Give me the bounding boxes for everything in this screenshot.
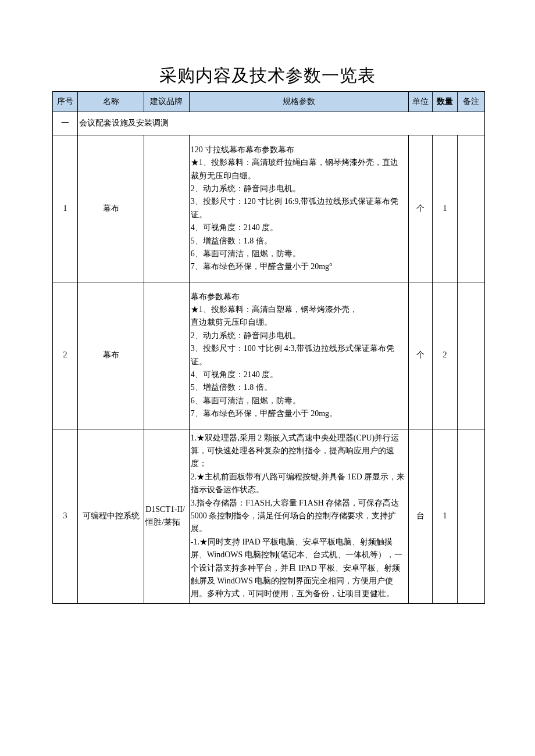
header-unit: 单位 bbox=[409, 92, 433, 112]
cell-qty: 2 bbox=[433, 282, 458, 429]
cell-brand: D1SCT1-II/恒胜/莱拓 bbox=[144, 429, 190, 603]
spec-line: 2、动力系统：静音同步电机。 bbox=[191, 182, 406, 195]
spec-line: 6、幕面可清洁，阻燃，防毒。 bbox=[191, 248, 406, 260]
spec-line: 5、增益倍数：1.8 倍。 bbox=[191, 235, 406, 248]
cell-note bbox=[458, 135, 485, 282]
spec-line: 7、幕布绿色环保，甲醛含量小于 20mg° bbox=[191, 260, 406, 273]
cell-unit: 台 bbox=[409, 429, 433, 603]
spec-line: 2、动力系统：静音同步电机。 bbox=[191, 329, 406, 342]
spec-table: 序号 名称 建议品牌 规格参数 单位 数量 备注 一 会议配套设施及安装调测 1… bbox=[52, 91, 485, 604]
cell-spec: 120 寸拉线幕布幕布参数幕布 ★1、投影幕料：高清玻纤拉绳白幕，钢琴烤漆外壳，… bbox=[189, 135, 409, 282]
cell-spec: 1.★双处理器,采用 2 颗嵌入式高速中央处理器(CPU)并行运算，可快速处理各… bbox=[189, 429, 409, 603]
spec-line: 120 寸拉线幕布幕布参数幕布 bbox=[191, 144, 406, 156]
cell-unit: 个 bbox=[409, 282, 433, 429]
header-spec: 规格参数 bbox=[189, 92, 409, 112]
cell-qty: 1 bbox=[433, 429, 458, 603]
spec-line: ★1、投影幕料：高清白塑幕，钢琴烤漆外壳， bbox=[191, 303, 406, 316]
table-row: 2 幕布 幕布参数幕布 ★1、投影幕料：高清白塑幕，钢琴烤漆外壳， 直边裁剪无压… bbox=[53, 282, 485, 429]
cell-note bbox=[458, 429, 485, 603]
cell-name: 可编程中控系统 bbox=[77, 429, 144, 603]
spec-line: 直边裁剪无压印自绷。 bbox=[191, 316, 406, 329]
spec-line: 4、可视角度：2140 度。 bbox=[191, 368, 406, 381]
header-no: 序号 bbox=[53, 92, 78, 112]
header-note: 备注 bbox=[458, 92, 485, 112]
section-title: 会议配套设施及安装调测 bbox=[77, 112, 484, 135]
header-brand: 建议品牌 bbox=[144, 92, 190, 112]
section-row: 一 会议配套设施及安装调测 bbox=[53, 112, 485, 135]
header-name: 名称 bbox=[77, 92, 144, 112]
spec-line: 5、增益倍数：1.8 倍。 bbox=[191, 381, 406, 394]
cell-name: 幕布 bbox=[77, 282, 144, 429]
table-row: 3 可编程中控系统 D1SCT1-II/恒胜/莱拓 1.★双处理器,采用 2 颗… bbox=[53, 429, 485, 603]
cell-spec: 幕布参数幕布 ★1、投影幕料：高清白塑幕，钢琴烤漆外壳， 直边裁剪无压印自绷。 … bbox=[189, 282, 409, 429]
spec-line: -1.★同时支持 IPAD 平板电脑、安卓平板电脑、射频触摸屏、WindOWS … bbox=[191, 536, 406, 601]
cell-brand bbox=[144, 282, 190, 429]
cell-no: 3 bbox=[53, 429, 78, 603]
cell-brand bbox=[144, 135, 190, 282]
section-no: 一 bbox=[53, 112, 78, 135]
spec-line: 3.指令存储器：F1ASH,大容量 F1ASH 存储器，可保存高达 5000 条… bbox=[191, 497, 406, 536]
cell-no: 1 bbox=[53, 135, 78, 282]
spec-line: 6、幕面可清洁，阻燃，防毒。 bbox=[191, 395, 406, 407]
spec-line: 3、投影尺寸：100 寸比例 4:3,带弧边拉线形式保证幕布凭证。 bbox=[191, 342, 406, 368]
spec-line: 1.★双处理器,采用 2 颗嵌入式高速中央处理器(CPU)并行运算，可快速处理各… bbox=[191, 432, 406, 471]
table-row: 1 幕布 120 寸拉线幕布幕布参数幕布 ★1、投影幕料：高清玻纤拉绳白幕，钢琴… bbox=[53, 135, 485, 282]
header-qty: 数量 bbox=[433, 92, 458, 112]
spec-line: 幕布参数幕布 bbox=[191, 291, 406, 303]
spec-line: ★1、投影幕料：高清玻纤拉绳白幕，钢琴烤漆外壳，直边裁剪无压印自绷。 bbox=[191, 156, 406, 182]
document-page: 采购内容及技术参数一览表 序号 名称 建议品牌 规格参数 单位 数量 备注 bbox=[0, 0, 535, 604]
cell-no: 2 bbox=[53, 282, 78, 429]
spec-line: 2.★主机前面板带有八路可编程按键,并具备 1ED 屏显示，来指示设备运作状态。 bbox=[191, 471, 406, 497]
cell-unit: 个 bbox=[409, 135, 433, 282]
spec-line: 3、投影尺寸：120 寸比例 16:9,带弧边拉线形式保证幕布凭证。 bbox=[191, 195, 406, 221]
cell-qty: 1 bbox=[433, 135, 458, 282]
cell-note bbox=[458, 282, 485, 429]
spec-line: 4、可视角度：2140 度。 bbox=[191, 221, 406, 234]
page-title: 采购内容及技术参数一览表 bbox=[0, 64, 535, 88]
table-header-row: 序号 名称 建议品牌 规格参数 单位 数量 备注 bbox=[53, 92, 485, 112]
spec-line: 7、幕布绿色环保，甲醛含量小于 20mg。 bbox=[191, 407, 406, 420]
cell-name: 幕布 bbox=[77, 135, 144, 282]
